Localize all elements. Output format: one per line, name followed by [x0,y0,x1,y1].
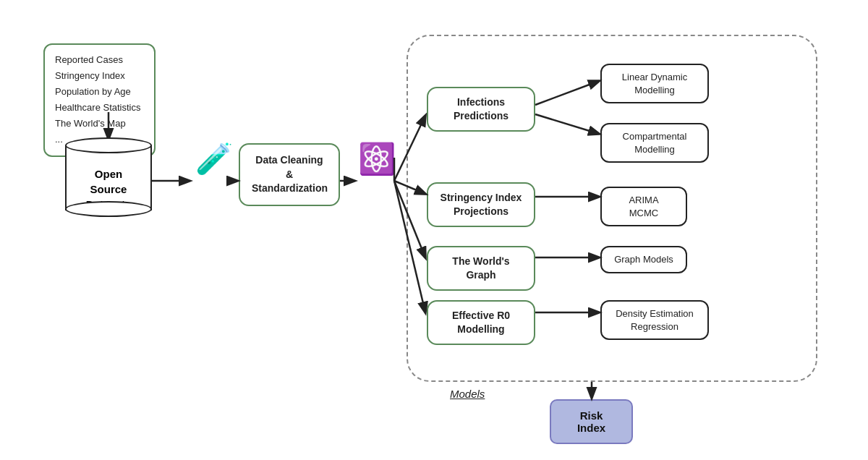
datacleaning-box: Data Cleaning& Standardization [239,143,340,206]
graph-models-box: Graph Models [600,246,687,273]
risk-index-box: RiskIndex [550,399,633,444]
flask-icon: 🧪 [195,141,233,176]
models-label: Models [450,388,485,400]
density-estimation-box: Density EstimationRegression [600,300,709,340]
datasource-item-3: Population by Age [55,84,144,100]
datasource-item-5: The World's Map [55,116,144,132]
database-icon: OpenSourceDatasets [65,137,152,217]
arima-mcmc-box: ARIMAMCMC [600,187,687,226]
atom-icon: ⚛️ [358,141,396,176]
compartmental-box: CompartmentalModelling [600,123,709,163]
linear-dynamic-box: Linear DynamicModelling [600,64,709,103]
datasource-item-4: Healthcare Statistics [55,100,144,116]
effective-r0-box: Effective R0Modelling [427,300,535,345]
diagram: Reported Cases Stringency Index Populati… [0,0,868,460]
infections-predictions-box: InfectionsPredictions [427,87,535,132]
datasource-item-1: Reported Cases [55,52,144,68]
stringency-projections-box: Stringency IndexProjections [427,182,535,227]
datasource-item-2: Stringency Index [55,68,144,84]
worlds-graph-box: The World's Graph [427,246,535,291]
